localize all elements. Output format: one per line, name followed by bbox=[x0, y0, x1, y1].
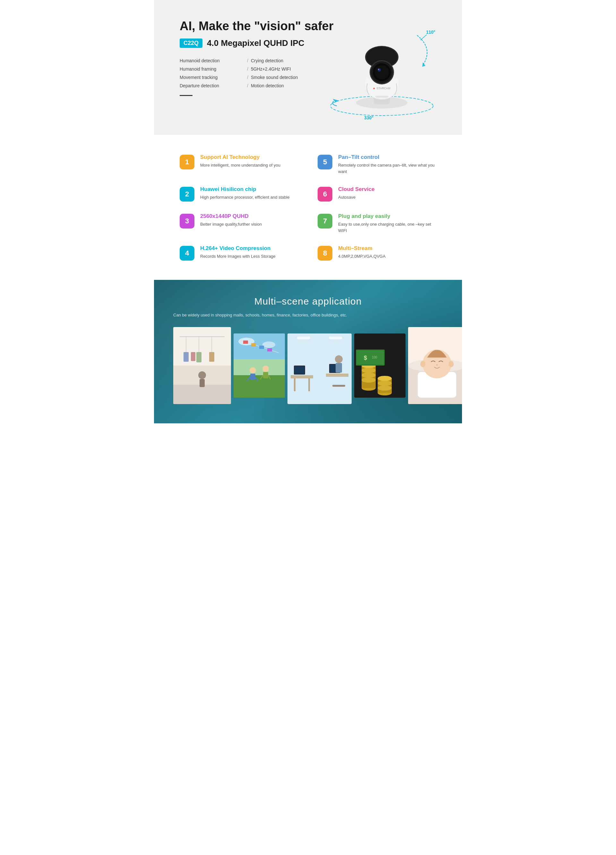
features-list: 1 Support AI Technology More intelligent… bbox=[180, 154, 436, 260]
multiscene-section: Multi–scene application Can be widely us… bbox=[154, 280, 462, 423]
model-badge: C22Q bbox=[180, 38, 202, 48]
svg-point-69 bbox=[362, 368, 376, 373]
svg-rect-55 bbox=[294, 378, 295, 391]
svg-rect-48 bbox=[263, 372, 268, 378]
hero-features-grid: Humanoid detection / Crying detection Hu… bbox=[180, 57, 315, 89]
svg-point-70 bbox=[362, 372, 376, 378]
feature-number-1: 1 bbox=[180, 155, 194, 170]
camera-illustration: 330° 110° bbox=[321, 10, 443, 125]
svg-rect-29 bbox=[209, 352, 214, 362]
svg-rect-52 bbox=[297, 337, 310, 339]
svg-point-31 bbox=[198, 371, 206, 379]
feature-text-1: Humanoid detection bbox=[180, 58, 220, 63]
feature-item-r2: / 5GHz+2.4GHz WIFI bbox=[247, 66, 315, 72]
svg-rect-27 bbox=[191, 352, 196, 361]
feature-text-r2: 5GHz+2.4GHz WIFI bbox=[251, 66, 291, 72]
scene-wrapper-5 bbox=[408, 327, 462, 404]
svg-point-16 bbox=[378, 68, 381, 72]
feature-content-7: Plug and play easily Easy to use,only on… bbox=[338, 213, 436, 234]
svg-rect-37 bbox=[234, 375, 285, 398]
svg-marker-3 bbox=[422, 62, 425, 67]
svg-text:$: $ bbox=[364, 355, 367, 361]
svg-text:110°: 110° bbox=[426, 29, 436, 35]
scene-image-4: $ 100 bbox=[354, 334, 405, 398]
feature-number-7: 7 bbox=[318, 214, 332, 228]
svg-text:100: 100 bbox=[372, 355, 377, 359]
feature-desc-7: Easy to use,only one charging cable, one… bbox=[338, 221, 436, 234]
feature-title-1: Support AI Technology bbox=[200, 154, 280, 161]
camera-container: 330° 110° bbox=[321, 10, 443, 125]
svg-rect-64 bbox=[332, 385, 345, 387]
svg-point-43 bbox=[250, 367, 256, 374]
svg-rect-32 bbox=[200, 379, 205, 387]
svg-marker-1 bbox=[333, 99, 338, 103]
feature-card-5: 5 Pan–Tilt control Remotely control the … bbox=[318, 154, 436, 175]
svg-rect-57 bbox=[326, 374, 349, 377]
feature-text-2: Humanoid framing bbox=[180, 66, 216, 72]
feature-title-5: Pan–Tilt control bbox=[338, 154, 436, 161]
feature-desc-8: 4.0MP,2.0MP,VGA,QVGA bbox=[338, 253, 386, 260]
svg-point-86 bbox=[436, 364, 438, 366]
svg-rect-56 bbox=[308, 378, 310, 391]
feature-content-8: Multi–Stream 4.0MP,2.0MP,VGA,QVGA bbox=[338, 245, 386, 260]
feature-text-r3: Smoke sound detection bbox=[251, 75, 298, 80]
svg-rect-53 bbox=[329, 337, 342, 339]
feature-card-2: 2 Huawei Hisilicon chip High performance… bbox=[180, 186, 298, 202]
feature-card-1: 1 Support AI Technology More intelligent… bbox=[180, 154, 298, 175]
svg-rect-21 bbox=[173, 327, 231, 366]
feature-item-1: Humanoid detection bbox=[180, 57, 247, 64]
hero-section: AI, Make the "vision" safer C22Q 4.0 Meg… bbox=[154, 0, 462, 135]
feature-text-r1: Crying detection bbox=[251, 58, 283, 63]
svg-point-74 bbox=[378, 376, 392, 381]
svg-rect-39 bbox=[243, 340, 248, 344]
feature-title-7: Plug and play easily bbox=[338, 213, 436, 219]
svg-text:330°: 330° bbox=[364, 115, 373, 120]
scene-image-5 bbox=[408, 327, 462, 404]
feature-item-r1: / Crying detection bbox=[247, 57, 315, 64]
feature-content-3: 2560x1440P QUHD Better image quality,fur… bbox=[200, 213, 262, 228]
feature-card-7: 7 Plug and play easily Easy to use,only … bbox=[318, 213, 436, 234]
svg-point-87 bbox=[420, 361, 425, 367]
svg-text:🔺 STARCAM: 🔺 STARCAM bbox=[372, 86, 390, 90]
feature-number-5: 5 bbox=[318, 155, 332, 170]
scene-wrapper-2 bbox=[234, 334, 285, 404]
feature-content-1: Support AI Technology More intelligent, … bbox=[200, 154, 280, 169]
scene-wrapper-4: $ 100 bbox=[354, 334, 405, 404]
multiscene-title: Multi–scene application bbox=[173, 296, 443, 307]
svg-point-76 bbox=[378, 385, 392, 391]
feature-number-2: 2 bbox=[180, 187, 194, 202]
scene-images-row: $ 100 bbox=[173, 327, 443, 404]
feature-text-3: Movement tracking bbox=[180, 75, 217, 80]
feature-number-4: 4 bbox=[180, 246, 194, 260]
multiscene-desc: Can be widely used in shopping malls, sc… bbox=[173, 313, 398, 317]
feature-card-4: 4 H.264+ Video Compression Records More … bbox=[180, 245, 298, 260]
svg-rect-28 bbox=[196, 352, 202, 362]
feature-title-3: 2560x1440P QUHD bbox=[200, 213, 262, 219]
features-section: 1 Support AI Technology More intelligent… bbox=[154, 135, 462, 280]
feature-card-6: 6 Cloud Service Autosave bbox=[318, 186, 436, 202]
svg-rect-44 bbox=[250, 374, 255, 380]
svg-point-62 bbox=[335, 355, 342, 363]
feature-desc-3: Better image quality,further vision bbox=[200, 221, 262, 228]
feature-card-8: 8 Multi–Stream 4.0MP,2.0MP,VGA,QVGA bbox=[318, 245, 436, 260]
svg-rect-26 bbox=[183, 352, 189, 362]
feature-content-6: Cloud Service Autosave bbox=[338, 186, 374, 201]
svg-point-17 bbox=[378, 69, 379, 70]
feature-text-r4: Motion detection bbox=[251, 83, 284, 88]
feature-item-3: Movement tracking bbox=[180, 74, 247, 81]
feature-item-2: Humanoid framing bbox=[180, 66, 247, 72]
feature-title-6: Cloud Service bbox=[338, 186, 374, 193]
hero-underline bbox=[180, 95, 193, 96]
scene-image-1 bbox=[173, 327, 231, 404]
svg-point-75 bbox=[378, 381, 392, 386]
svg-rect-78 bbox=[357, 351, 384, 365]
svg-point-88 bbox=[448, 361, 454, 367]
feature-title-4: H.264+ Video Compression bbox=[200, 245, 275, 251]
scene-wrapper-3 bbox=[287, 334, 352, 404]
feature-content-2: Huawei Hisilicon chip High performance p… bbox=[200, 186, 290, 201]
scene-image-3 bbox=[287, 334, 352, 404]
svg-rect-42 bbox=[267, 348, 272, 351]
feature-content-4: H.264+ Video Compression Records More Im… bbox=[200, 245, 275, 260]
svg-rect-41 bbox=[259, 346, 264, 349]
svg-rect-30 bbox=[173, 385, 231, 404]
